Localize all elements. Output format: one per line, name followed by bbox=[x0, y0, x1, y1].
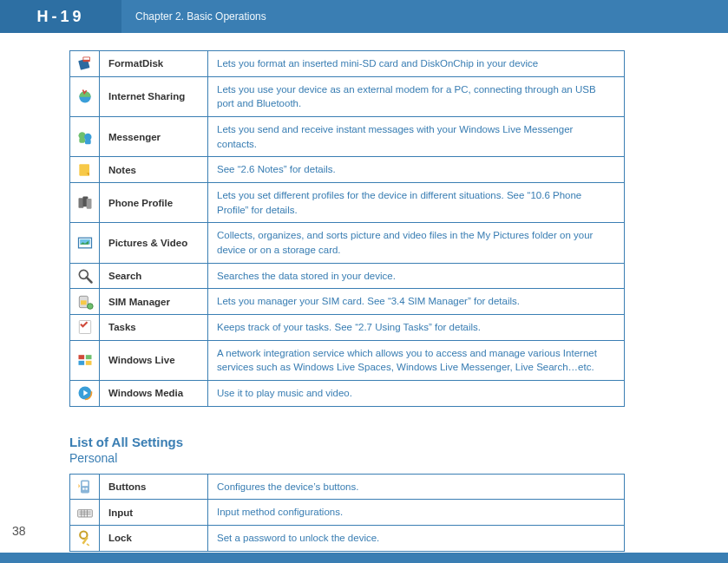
setting-desc: Configures the device’s buttons. bbox=[208, 474, 625, 500]
program-desc: Searches the data stored in your device. bbox=[208, 263, 625, 289]
lock-icon bbox=[70, 526, 100, 552]
input-icon bbox=[70, 500, 100, 526]
program-name: Internet Sharing bbox=[100, 76, 208, 116]
windows-live-icon bbox=[70, 340, 100, 380]
program-name: Windows Media bbox=[100, 381, 208, 407]
sim-manager-icon bbox=[70, 289, 100, 315]
program-row: NotesSee “2.6 Notes” for details. bbox=[70, 157, 625, 183]
footer-bar bbox=[0, 553, 728, 563]
notes-icon bbox=[70, 157, 100, 183]
program-name: Messenger bbox=[100, 117, 208, 157]
program-desc: Lets you manager your SIM card. See “3.4… bbox=[208, 289, 625, 315]
program-name: Pictures & Video bbox=[100, 223, 208, 263]
program-desc: Lets you format an inserted mini-SD card… bbox=[208, 51, 625, 77]
program-desc: Lets you use your device as an external … bbox=[208, 76, 625, 116]
program-row: FormatDiskLets you format an inserted mi… bbox=[70, 51, 625, 77]
phone-profile-icon bbox=[70, 183, 100, 223]
chapter-title: Chapter 2. Basic Operations bbox=[121, 0, 728, 33]
program-row: Internet SharingLets you use your device… bbox=[70, 76, 625, 116]
setting-desc: Input method configurations. bbox=[208, 500, 625, 526]
program-row: SearchSearches the data stored in your d… bbox=[70, 263, 625, 289]
setting-name: Buttons bbox=[100, 474, 208, 500]
program-row: Pictures & VideoCollects, organizes, and… bbox=[70, 223, 625, 263]
program-row: SIM ManagerLets you manager your SIM car… bbox=[70, 289, 625, 315]
logo-text: H-19 bbox=[36, 8, 84, 26]
header-bar: H-19 Chapter 2. Basic Operations bbox=[0, 0, 728, 33]
program-name: Phone Profile bbox=[100, 183, 208, 223]
logo-block: H-19 bbox=[0, 0, 121, 33]
program-desc: Lets you set different profiles for the … bbox=[208, 183, 625, 223]
program-name: Notes bbox=[100, 157, 208, 183]
program-desc: Lets you send and receive instant messag… bbox=[208, 117, 625, 157]
program-desc: See “2.6 Notes” for details. bbox=[208, 157, 625, 183]
pictures-video-icon bbox=[70, 223, 100, 263]
windows-media-icon bbox=[70, 381, 100, 407]
programs-table: FormatDiskLets you format an inserted mi… bbox=[69, 50, 625, 407]
program-row: Windows MediaUse it to play music and vi… bbox=[70, 381, 625, 407]
setting-row: InputInput method configurations. bbox=[70, 500, 625, 526]
program-name: SIM Manager bbox=[100, 289, 208, 315]
setting-desc: Set a password to unlock the device. bbox=[208, 526, 625, 552]
settings-heading: List of All Settings bbox=[69, 435, 676, 449]
program-row: Windows LiveA network integration servic… bbox=[70, 340, 625, 380]
internet-sharing-icon bbox=[70, 76, 100, 116]
program-name: Windows Live bbox=[100, 340, 208, 380]
setting-name: Input bbox=[100, 500, 208, 526]
settings-table: ButtonsConfigures the device’s buttons.I… bbox=[69, 474, 625, 552]
program-desc: Use it to play music and video. bbox=[208, 381, 625, 407]
program-desc: Keeps track of your tasks. See “2.7 Usin… bbox=[208, 315, 625, 341]
page-number: 38 bbox=[12, 524, 26, 538]
program-row: TasksKeeps track of your tasks. See “2.7… bbox=[70, 315, 625, 341]
tasks-icon bbox=[70, 315, 100, 341]
formatdisk-icon bbox=[70, 51, 100, 77]
program-name: Search bbox=[100, 263, 208, 289]
program-row: Phone ProfileLets you set different prof… bbox=[70, 183, 625, 223]
program-row: MessengerLets you send and receive insta… bbox=[70, 117, 625, 157]
setting-name: Lock bbox=[100, 526, 208, 552]
setting-row: LockSet a password to unlock the device. bbox=[70, 526, 625, 552]
settings-subheading: Personal bbox=[69, 451, 676, 465]
program-name: Tasks bbox=[100, 315, 208, 341]
setting-row: ButtonsConfigures the device’s buttons. bbox=[70, 474, 625, 500]
messenger-icon bbox=[70, 117, 100, 157]
buttons-icon bbox=[70, 474, 100, 500]
program-name: FormatDisk bbox=[100, 51, 208, 77]
program-desc: Collects, organizes, and sorts picture a… bbox=[208, 223, 625, 263]
program-desc: A network integration service which allo… bbox=[208, 340, 625, 380]
search-icon bbox=[70, 263, 100, 289]
